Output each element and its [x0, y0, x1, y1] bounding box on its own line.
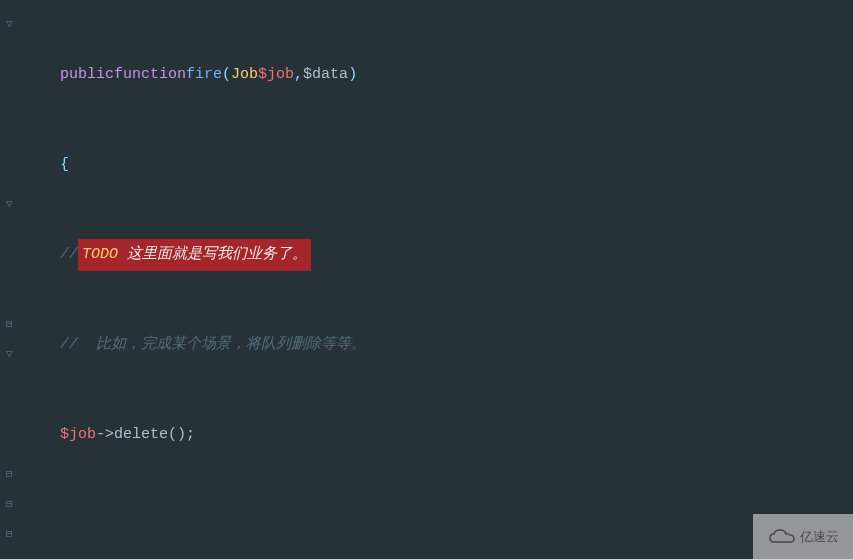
fold-icon[interactable]: ▽: [6, 9, 13, 39]
watermark: 亿速云: [753, 514, 853, 559]
code-line: // TODO 这里面就是写我们业务了。: [60, 240, 418, 270]
code-line: {: [60, 150, 418, 180]
fold-icon[interactable]: ⊟: [6, 489, 13, 519]
code-line: public function fire(Job $job, $data): [60, 60, 418, 90]
fold-icon[interactable]: ⊟: [6, 459, 13, 489]
cloud-icon: [768, 528, 796, 546]
gutter: ▽ ▽ ⊟ ▽ ⊟ ⊟ ⊟: [0, 0, 26, 559]
code-line: [60, 510, 418, 540]
fold-icon[interactable]: ▽: [6, 189, 13, 219]
fold-icon[interactable]: ⊟: [6, 309, 13, 339]
fold-icon[interactable]: ▽: [6, 339, 13, 369]
watermark-text: 亿速云: [800, 522, 839, 552]
code-editor[interactable]: ▽ ▽ ⊟ ▽ ⊟ ⊟ ⊟ public function fire(Job $…: [0, 0, 853, 559]
code-area[interactable]: public function fire(Job $job, $data) { …: [26, 0, 418, 559]
fold-icon[interactable]: ⊟: [6, 519, 13, 549]
code-line: // 比如，完成某个场景，将队列删除等等。: [60, 330, 418, 360]
code-line: $job->delete();: [60, 420, 418, 450]
